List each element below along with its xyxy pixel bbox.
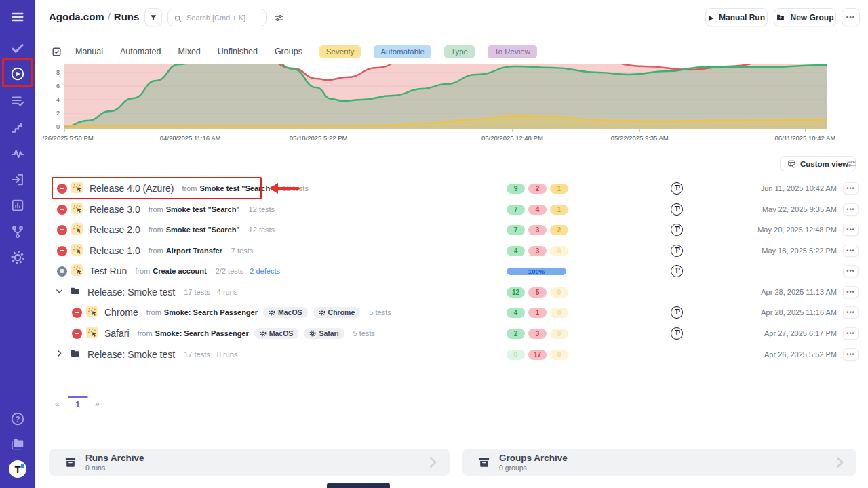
pagination-active-indicator: [68, 396, 88, 398]
run-from-label: from: [149, 247, 163, 255]
group-row[interactable]: Release: Smoke test17 tests4 runs1250Apr…: [49, 282, 861, 302]
funnel-icon: [149, 14, 157, 22]
env-tag-label: MacOS: [269, 329, 294, 338]
sidebar-item-pulse[interactable]: [10, 146, 25, 161]
runs-archive-card[interactable]: Runs Archive 0 runs: [49, 449, 450, 476]
assignee-avatar: T: [671, 182, 683, 195]
breadcrumb-project[interactable]: Agoda.com: [49, 11, 104, 22]
run-row[interactable]: ChromefromSmoke: Search PassengerMacOSCh…: [49, 302, 861, 323]
sidebar: ? T: [0, 0, 35, 488]
custom-view-icon: [787, 159, 796, 168]
sidebar-item-analytics[interactable]: [10, 198, 25, 213]
assignee-avatar: T: [671, 245, 683, 257]
row-more-button[interactable]: •••: [843, 182, 859, 195]
x-tickmark: [805, 129, 806, 132]
row-more-button[interactable]: •••: [843, 286, 859, 298]
group-row[interactable]: Release: Smoke test17 tests8 runs0170Apr…: [49, 344, 861, 365]
sidebar-item-tests[interactable]: [10, 41, 25, 56]
projects-folders-icon[interactable]: [10, 436, 25, 451]
new-group-button[interactable]: New Group: [774, 8, 836, 26]
avatar-accent: [679, 185, 681, 188]
row-more-button[interactable]: •••: [843, 265, 859, 277]
group-title: Release: Smoke test: [87, 287, 175, 298]
gear-icon: [269, 309, 275, 316]
search-input[interactable]: [186, 14, 260, 22]
row-more-button[interactable]: •••: [843, 203, 859, 216]
run-from-label: from: [138, 329, 153, 338]
chevron-right-icon[interactable]: [55, 348, 64, 361]
custom-view-button[interactable]: Custom view: [780, 156, 856, 171]
search-box[interactable]: [167, 9, 267, 26]
y-tick-label: 4: [49, 96, 60, 103]
breadcrumb-page: Runs: [114, 11, 140, 22]
row-more-button[interactable]: •••: [843, 306, 859, 319]
row-more-button[interactable]: •••: [843, 224, 859, 236]
filter-tab-automated[interactable]: Automated: [120, 47, 161, 56]
row-more-button[interactable]: •••: [843, 327, 859, 340]
filter-tag-to-review[interactable]: To Review: [488, 45, 537, 58]
run-progress-bar: 100%: [507, 268, 566, 275]
groups-archive-card[interactable]: Groups Archive 0 groups: [462, 449, 856, 476]
avatar-accent: [679, 226, 681, 230]
filter-tab-mixed[interactable]: Mixed: [178, 47, 200, 56]
flaky-run-icon: [82, 306, 98, 320]
run-row[interactable]: Release 2.0fromSmoke test "Search"12 tes…: [49, 220, 861, 240]
run-source: Airport Transfer: [166, 247, 222, 255]
y-tick-label: 8: [49, 69, 60, 76]
sidebar-item-import[interactable]: [10, 172, 25, 187]
adjustments-icon[interactable]: [274, 13, 284, 23]
hamburger-menu-icon[interactable]: [10, 9, 25, 24]
archive-box-icon: [64, 455, 77, 469]
chevron-down-icon[interactable]: [55, 286, 64, 298]
header-more-button[interactable]: •••: [842, 8, 860, 26]
result-badges: 741: [507, 205, 568, 215]
badge-failed: 2: [528, 184, 547, 194]
pagination-prev[interactable]: «: [55, 399, 60, 409]
flaky-run-icon: [67, 203, 83, 217]
bottom-widget-edge[interactable]: [327, 483, 390, 488]
x-tick-label: 06/11/2025 10:42 AM: [775, 134, 836, 142]
run-row[interactable]: Test RunfromCreate account2/2 tests2 def…: [49, 261, 861, 281]
result-badges: 1250: [507, 287, 568, 298]
run-row[interactable]: Release 4.0 (Azure)fromSmoke test "Searc…: [49, 178, 861, 199]
filter-funnel-button[interactable]: [144, 8, 162, 26]
filter-tab-unfinished[interactable]: Unfinished: [218, 47, 258, 56]
badge-passed: 12: [507, 287, 525, 298]
badge-failed: 3: [528, 225, 547, 235]
breadcrumb: Agoda.com/Runs: [49, 11, 139, 22]
pagination-next[interactable]: »: [95, 399, 100, 409]
run-from-label: from: [149, 226, 163, 234]
filter-tag-type[interactable]: Type: [444, 45, 475, 58]
select-all-icon[interactable]: [51, 46, 62, 58]
filter-tag-automatable[interactable]: Automatable: [374, 45, 431, 58]
sidebar-item-plans[interactable]: [10, 94, 25, 108]
badge-skipped: 0: [550, 350, 568, 360]
badge-failed: 5: [528, 287, 547, 298]
filter-tab-manual[interactable]: Manual: [75, 47, 103, 56]
help-icon[interactable]: ?: [10, 411, 25, 426]
avatar-accent: [679, 330, 681, 333]
view-settings-icon[interactable]: [846, 159, 856, 169]
row-more-button[interactable]: •••: [843, 348, 859, 361]
sidebar-item-branches[interactable]: [10, 224, 25, 239]
pagination-page-1[interactable]: 1: [75, 399, 80, 409]
app-logo[interactable]: T: [9, 460, 26, 478]
run-row[interactable]: Release 3.0fromSmoke test "Search"12 tes…: [49, 199, 861, 220]
run-defects-link[interactable]: 2 defects: [250, 267, 280, 275]
sidebar-item-settings[interactable]: [10, 250, 25, 265]
x-tick-label: 05/22/2025 9:35 AM: [611, 134, 669, 142]
filter-tab-groups[interactable]: Groups: [275, 47, 302, 56]
sidebar-item-steps[interactable]: [10, 121, 25, 136]
run-row[interactable]: SafarifromSmoke: Search PassengerMacOSSa…: [49, 323, 861, 344]
run-row[interactable]: Release 1.0fromAirport Transfer7 tests43…: [49, 241, 861, 261]
flaky-run-icon: [82, 327, 98, 341]
badge-failed: 3: [528, 246, 547, 256]
run-date: Jun 11, 2025 10:42 AM: [761, 184, 837, 192]
badge-skipped: 0: [550, 308, 568, 318]
sidebar-item-runs[interactable]: [10, 66, 25, 81]
row-more-button[interactable]: •••: [843, 245, 859, 257]
filter-tag-severity[interactable]: Severity: [319, 45, 361, 58]
chevron-right-icon: [425, 455, 440, 470]
result-badges: 732: [507, 225, 568, 235]
manual-run-button[interactable]: Manual Run: [705, 8, 768, 26]
